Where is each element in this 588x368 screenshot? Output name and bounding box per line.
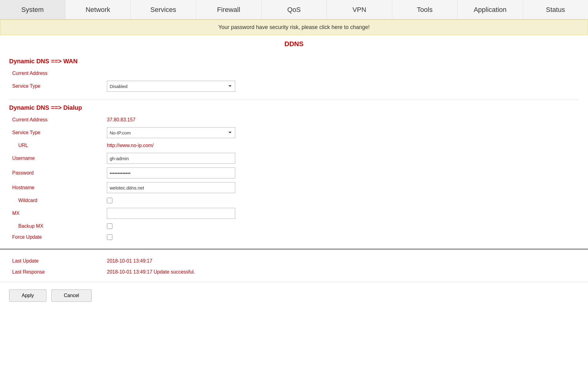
status-section: Last Update 2018-10-01 13:49:17 Last Res…: [0, 252, 588, 281]
nav-status[interactable]: Status: [523, 0, 588, 19]
main-content: Dynamic DNS ==> WAN Current Address Serv…: [0, 50, 588, 246]
page-title: DDNS: [0, 35, 588, 50]
cancel-button[interactable]: Cancel: [51, 289, 92, 302]
dialup-section-title: Dynamic DNS ==> Dialup: [9, 104, 579, 111]
wan-section-title: Dynamic DNS ==> WAN: [9, 58, 579, 65]
dialup-backup-mx-row: Backup MX: [9, 221, 579, 232]
dialup-password-row: Password: [9, 166, 579, 180]
dialup-url-label: URL: [9, 143, 107, 148]
nav-firewall[interactable]: Firewall: [196, 0, 261, 19]
dialup-wildcard-row: Wildcard: [9, 195, 579, 206]
dialup-username-label: Username: [9, 156, 107, 161]
dialup-username-input[interactable]: [107, 153, 235, 164]
dialup-service-type-row: Service Type Disabled No-IP.com DynDNS D…: [9, 125, 579, 140]
dialup-hostname-label: Hostname: [9, 185, 107, 190]
security-banner[interactable]: Your password have security risk, please…: [0, 20, 588, 35]
dialup-mx-label: MX: [9, 211, 107, 216]
dialup-backup-mx-checkbox[interactable]: [107, 223, 112, 229]
nav-services[interactable]: Services: [131, 0, 196, 19]
dialup-wildcard-label: Wildcard: [9, 198, 107, 203]
dialup-force-update-row: Force Update: [9, 232, 579, 243]
dialup-service-type-label: Service Type: [9, 130, 107, 135]
dialup-section: Dynamic DNS ==> Dialup Current Address 3…: [9, 104, 579, 243]
last-update-row: Last Update 2018-10-01 13:49:17: [9, 256, 579, 267]
dialup-force-update-checkbox[interactable]: [107, 234, 112, 240]
wan-section: Dynamic DNS ==> WAN Current Address Serv…: [9, 58, 579, 100]
dialup-backup-mx-label: Backup MX: [9, 223, 107, 229]
wan-current-address-row: Current Address: [9, 68, 579, 79]
dialup-wildcard-checkbox[interactable]: [107, 198, 112, 203]
last-response-value: 2018-10-01 13:49:17 Update successful.: [107, 269, 195, 275]
wan-current-address-label: Current Address: [9, 71, 107, 76]
last-update-label: Last Update: [9, 258, 107, 264]
dialup-current-address-row: Current Address 37.80.83.157: [9, 114, 579, 125]
dialup-service-type-select[interactable]: Disabled No-IP.com DynDNS DuckDNS: [107, 127, 235, 138]
dialup-password-input[interactable]: [107, 167, 235, 178]
dialup-password-label: Password: [9, 170, 107, 176]
last-update-value: 2018-10-01 13:49:17: [107, 258, 152, 264]
wan-service-type-row: Service Type Disabled No-IP.com DynDNS D…: [9, 79, 579, 94]
button-row: Apply Cancel: [0, 283, 588, 308]
last-response-label: Last Response: [9, 269, 107, 275]
dialup-force-update-label: Force Update: [9, 234, 107, 240]
nav-system[interactable]: System: [0, 0, 65, 19]
wan-service-type-label: Service Type: [9, 83, 107, 89]
nav-qos[interactable]: QoS: [261, 0, 327, 19]
dialup-username-row: Username: [9, 151, 579, 166]
nav-vpn[interactable]: VPN: [327, 0, 392, 19]
nav-tools[interactable]: Tools: [392, 0, 458, 19]
dialup-current-address-value: 37.80.83.157: [107, 117, 135, 123]
nav-network[interactable]: Network: [65, 0, 131, 19]
dialup-url-row: URL http://www.no-ip.com/: [9, 140, 579, 151]
nav-application[interactable]: Application: [458, 0, 523, 19]
dialup-current-address-label: Current Address: [9, 117, 107, 123]
section-divider: [0, 249, 588, 249]
bottom-divider: [0, 282, 588, 282]
dialup-hostname-input[interactable]: [107, 182, 235, 193]
last-response-row: Last Response 2018-10-01 13:49:17 Update…: [9, 267, 579, 278]
dialup-mx-row: MX: [9, 206, 579, 221]
dialup-url-link[interactable]: http://www.no-ip.com/: [107, 143, 154, 148]
apply-button[interactable]: Apply: [9, 289, 46, 302]
navigation-bar: System Network Services Firewall QoS VPN…: [0, 0, 588, 20]
wan-service-type-select[interactable]: Disabled No-IP.com DynDNS DuckDNS: [107, 81, 235, 92]
dialup-hostname-row: Hostname: [9, 180, 579, 195]
dialup-mx-input[interactable]: [107, 208, 235, 219]
